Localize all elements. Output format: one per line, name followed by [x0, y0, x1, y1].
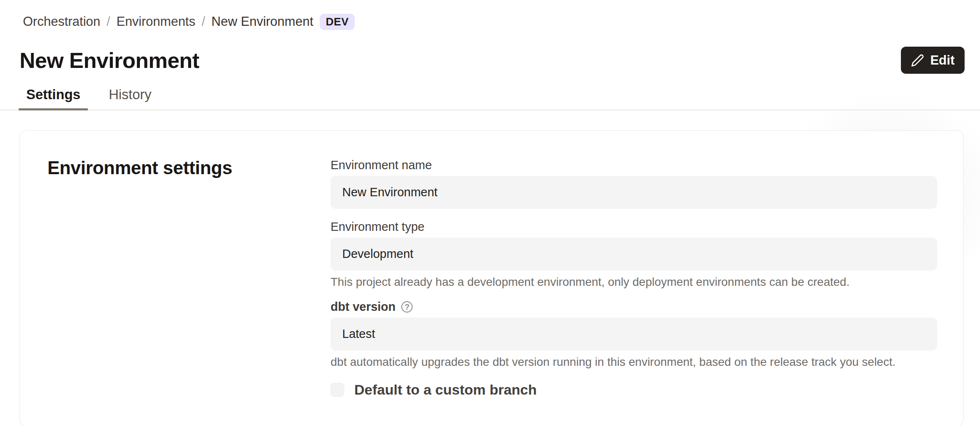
breadcrumb: Orchestration / Environments / New Envir…	[0, 0, 980, 30]
edit-button[interactable]: Edit	[901, 47, 965, 74]
question-mark-circle-icon[interactable]: ?	[401, 301, 413, 312]
breadcrumb-environments[interactable]: Environments	[117, 13, 196, 30]
field-dbt-version: dbt version ? dbt automatically upgrades…	[331, 299, 937, 369]
tab-history[interactable]: History	[101, 85, 159, 110]
breadcrumb-separator: /	[201, 13, 205, 30]
environment-type-input[interactable]	[331, 238, 937, 270]
field-environment-name: Environment name	[331, 158, 937, 209]
pencil-icon	[911, 54, 924, 67]
breadcrumb-new-environment[interactable]: New Environment	[211, 13, 313, 30]
environment-type-helper-text: This project already has a development e…	[331, 275, 937, 289]
custom-branch-label: Default to a custom branch	[354, 382, 537, 398]
dbt-version-input[interactable]	[331, 318, 937, 350]
environment-settings-card: Environment settings Environment name En…	[20, 130, 964, 425]
breadcrumb-orchestration[interactable]: Orchestration	[23, 13, 100, 30]
custom-branch-row[interactable]: Default to a custom branch	[331, 382, 937, 398]
environment-settings-form: Environment name Environment type This p…	[331, 131, 937, 425]
environment-type-label: Environment type	[331, 219, 937, 234]
tab-settings[interactable]: Settings	[19, 85, 88, 110]
tab-bar: Settings History	[0, 85, 980, 110]
title-row: New Environment Edit	[0, 30, 980, 74]
card-heading: Environment settings	[47, 158, 232, 178]
environment-name-input[interactable]	[331, 176, 937, 209]
dbt-version-label: dbt version ?	[331, 299, 937, 314]
field-environment-type: Environment type This project already ha…	[331, 219, 937, 289]
environment-name-label: Environment name	[331, 158, 937, 172]
custom-branch-checkbox[interactable]	[331, 383, 344, 397]
page-title: New Environment	[20, 48, 199, 73]
breadcrumb-separator: /	[107, 13, 110, 30]
new-environment-page: Orchestration / Environments / New Envir…	[0, 0, 980, 425]
dbt-version-label-text: dbt version	[331, 299, 395, 314]
environment-dev-badge: DEV	[320, 14, 355, 30]
dbt-version-helper-text: dbt automatically upgrades the dbt versi…	[331, 355, 937, 369]
edit-button-label: Edit	[930, 53, 955, 68]
